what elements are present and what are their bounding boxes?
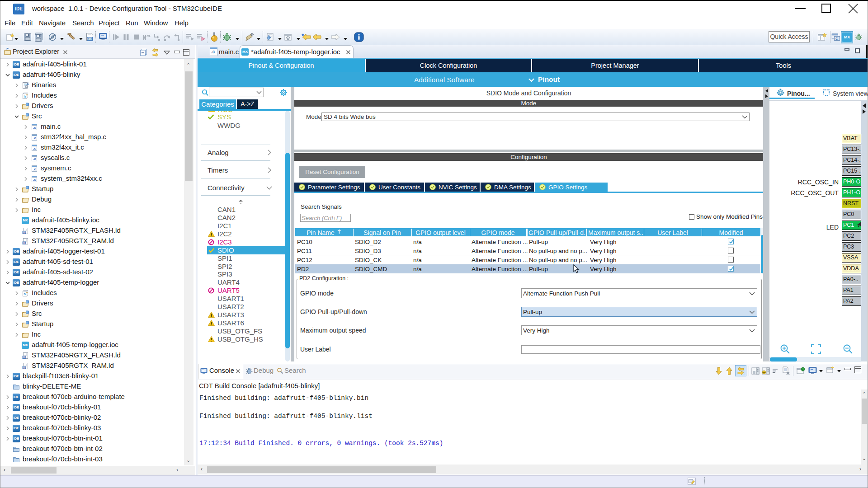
svg-text:.c: .c — [33, 136, 36, 140]
svg-text:LD: LD — [23, 242, 26, 244]
svg-text:LD: LD — [23, 232, 26, 234]
svg-text:.c: .c — [33, 157, 36, 161]
svg-text:LD: LD — [23, 367, 26, 369]
svg-text:.c: .c — [33, 126, 36, 130]
svg-text:h: h — [24, 94, 26, 99]
svg-text:010: 010 — [88, 38, 93, 41]
svg-text:C: C — [835, 37, 838, 40]
svg-text:h: h — [24, 292, 26, 296]
svg-text:.c: .c — [33, 178, 36, 182]
svg-text:.c: .c — [33, 167, 36, 171]
svg-text:.c: .c — [33, 146, 36, 150]
svg-text:LD: LD — [23, 357, 26, 359]
